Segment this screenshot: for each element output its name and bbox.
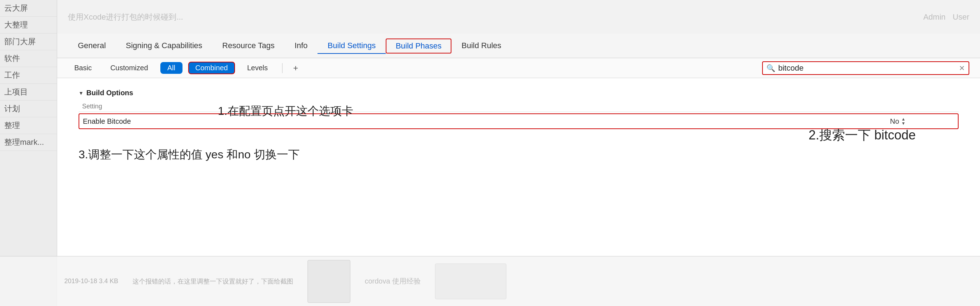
search-icon: 🔍 — [767, 64, 775, 72]
section-header: ▼ Build Options — [79, 89, 959, 97]
top-ghost-bar: 使用Xcode进行打包的时候碰到... Admin User — [57, 0, 980, 34]
user-ghost-text: User — [953, 13, 969, 22]
sidebar-item-4[interactable]: 工作 — [0, 67, 57, 84]
tab-bar: General Signing & Capabilities Resource … — [57, 34, 980, 58]
toolbar-divider — [282, 63, 283, 73]
tab-resource-tags[interactable]: Resource Tags — [212, 38, 284, 54]
instruction-3: 3.调整一下这个属性的值 yes 和no 切换一下 — [57, 147, 980, 163]
bitcode-stepper[interactable]: ▲ ▼ — [901, 117, 906, 125]
basic-button[interactable]: Basic — [68, 62, 98, 74]
settings-table-header: Setting — [79, 101, 959, 112]
toolbar-row: Basic Customized All Combined Levels + 🔍… — [57, 58, 980, 78]
bottom-cordova-text: cordova 使用经验 — [364, 276, 421, 286]
setting-column-header: Setting — [79, 103, 894, 110]
top-ghost-text: 使用Xcode进行打包的时候碰到... — [68, 12, 183, 22]
admin-ghost-text: Admin — [923, 13, 945, 22]
tab-signing[interactable]: Signing & Capabilities — [116, 38, 212, 54]
clear-search-button[interactable]: ✕ — [959, 64, 965, 72]
bottom-thumbnail — [307, 260, 350, 303]
tab-info[interactable]: Info — [285, 38, 318, 54]
levels-button[interactable]: Levels — [241, 62, 274, 74]
sidebar-item-5[interactable]: 上项目 — [0, 84, 57, 101]
sidebar-item-1[interactable]: 大整理 — [0, 17, 57, 33]
sidebar-item-8[interactable]: 整理mark... — [0, 134, 57, 151]
instruction-1: 1.在配置页点开这个选项卡 — [218, 103, 353, 119]
sidebar-item-0[interactable]: 云大屏 — [0, 0, 57, 17]
add-button[interactable]: + — [290, 63, 301, 73]
tab-general[interactable]: General — [68, 38, 116, 54]
section-title: Build Options — [86, 89, 133, 97]
value-column-header — [894, 103, 959, 110]
instruction-2: 2.搜索一下 bitcode — [808, 127, 916, 144]
customized-button[interactable]: Customized — [104, 62, 154, 74]
bottom-thumbnail-2 — [435, 263, 506, 299]
combined-button[interactable]: Combined — [188, 62, 235, 74]
bottom-date-text: 2019-10-18 3.4 KB — [64, 277, 118, 285]
stepper-down[interactable]: ▼ — [901, 121, 906, 125]
sidebar-item-6[interactable]: 计划 — [0, 101, 57, 117]
search-box: 🔍 ✕ — [762, 61, 969, 75]
bitcode-value-text: No — [890, 117, 899, 125]
tab-build-phases[interactable]: Build Phases — [386, 38, 452, 54]
collapse-icon[interactable]: ▼ — [79, 90, 84, 96]
bitcode-setting-label: Enable Bitcode — [83, 117, 890, 125]
all-button[interactable]: All — [161, 62, 183, 74]
bottom-ghost-bar: 2019-10-18 3.4 KB 这个报错的话，在这里调整一下设置就好了，下面… — [0, 256, 980, 306]
sidebar-item-7[interactable]: 整理 — [0, 117, 57, 134]
tab-build-rules[interactable]: Build Rules — [452, 38, 511, 54]
sidebar-item-2[interactable]: 部门大屏 — [0, 33, 57, 50]
search-input[interactable] — [778, 63, 956, 73]
bitcode-value[interactable]: No ▲ ▼ — [890, 117, 954, 125]
tab-build-settings[interactable]: Build Settings — [318, 38, 386, 54]
bottom-desc-text: 这个报错的话，在这里调整一下设置就好了，下面给截图 — [132, 277, 293, 286]
sidebar-item-3[interactable]: 软件 — [0, 50, 57, 67]
